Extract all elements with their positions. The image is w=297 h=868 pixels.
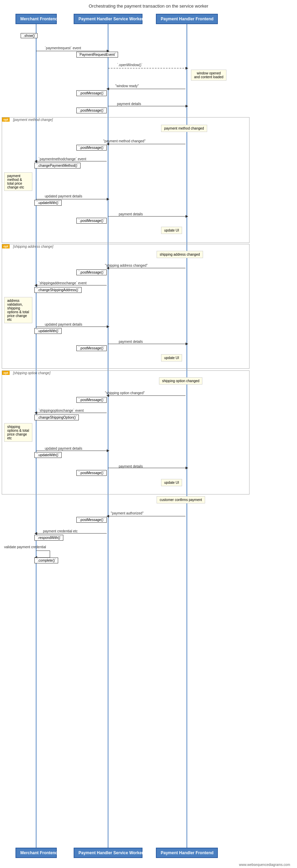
- post-message-box-2: `.postMessage()`: [76, 108, 107, 113]
- payment-authorized-label: "payment authorized": [111, 511, 144, 515]
- shippingoptionchange-label: `shippingoptionchange` event: [39, 409, 84, 412]
- footer: www.websequencediagrams.com: [239, 863, 294, 867]
- opt-condition-1: [payment method change]: [13, 118, 53, 122]
- payment-details-label-4: payment details: [119, 464, 143, 468]
- update-ui-note-3: update UI: [161, 479, 182, 486]
- opt-payment-method: opt [payment method change]: [2, 117, 250, 243]
- opt-condition-3: [shipping option change]: [13, 371, 50, 375]
- shipping-option-changed-label: "shipping option changed": [105, 391, 145, 395]
- payment-method-changed-label: "payment method changed": [103, 139, 146, 143]
- svg-marker-8: [106, 88, 109, 90]
- main-diagram: Merchant Frontend Payment Handler Servic…: [0, 14, 297, 868]
- post-message-box-1: `.postMessage()`: [76, 90, 107, 96]
- actor-worker-bottom: Payment Handler Service Worker: [74, 848, 142, 858]
- opt-shipping-option: opt [shipping option change]: [2, 370, 250, 494]
- actor-frontend-bottom: Payment Handler Frontend: [156, 848, 218, 858]
- post-message-box-4: `.postMessage()`: [76, 218, 107, 224]
- update-with-box-3: `.updateWith()`: [34, 452, 62, 458]
- payment-request-event-box: `PaymentRequestEvent`: [76, 52, 118, 58]
- post-message-box-8: `.postMessage()`: [76, 470, 107, 476]
- address-validation-note: address validation, shipping options & t…: [4, 297, 32, 323]
- updated-payment-details-label-3: updated payment details: [45, 447, 82, 450]
- update-ui-note-1: update UI: [161, 227, 182, 234]
- paymentmethodchange-label: `paymentmethodchange` event: [39, 157, 86, 161]
- opt-label-1: opt: [2, 118, 10, 122]
- shipping-address-changed-note: shipping address changed: [157, 251, 203, 258]
- actor-frontend-top: Payment Handler Frontend: [156, 14, 218, 24]
- diagram-title: Orchestrating the payment transaction on…: [0, 3, 297, 9]
- change-shipping-address-box: `.changeShippingAddress()`: [34, 287, 82, 293]
- payment-details-label-3: payment details: [119, 340, 143, 344]
- show-method-box: `.show()`: [21, 33, 38, 38]
- shipping-options-note: shipping options & total price change et…: [4, 423, 32, 442]
- update-ui-note-2: update UI: [161, 354, 182, 361]
- shipping-address-changed-label: "shipping address changed": [105, 264, 148, 267]
- svg-marker-36: [106, 515, 109, 518]
- updated-payment-details-label-2: updated payment details: [45, 323, 82, 326]
- paymentrequest-label: `paymentrequest` event: [45, 46, 81, 50]
- opt-label-3: opt: [2, 371, 10, 375]
- svg-marker-6: [185, 67, 188, 70]
- diagram-container: Orchestrating the payment transaction on…: [0, 0, 297, 868]
- svg-marker-38: [34, 532, 37, 535]
- window-opened-note: window openedand content loaded: [191, 70, 226, 81]
- actor-merchant-top: Merchant Frontend: [15, 14, 57, 24]
- post-message-box-6: `.postMessage()`: [76, 345, 107, 351]
- change-shipping-option-box: `.changeShippingOption()`: [34, 415, 79, 420]
- customer-confirms-note: customer confirms payment: [157, 496, 205, 503]
- post-message-box-9: `.postMessage()`: [76, 517, 107, 523]
- shippingaddresschange-label: `shippingaddresschange` event: [39, 281, 87, 285]
- complete-box: `.complete()`: [34, 558, 58, 563]
- opt-condition-2: [shipping address change]: [13, 245, 53, 248]
- svg-marker-10: [185, 105, 188, 108]
- post-message-box-7: `.postMessage()`: [76, 397, 107, 403]
- updated-payment-details-label-1: updated payment details: [45, 194, 82, 198]
- actor-merchant-bottom: Merchant Frontend: [15, 848, 57, 858]
- payment-details-label-1: payment details: [117, 102, 141, 106]
- opt-label-2: opt: [2, 244, 10, 248]
- respond-with-box: `.respondWith()`: [34, 535, 63, 541]
- post-message-box-5: `.postMessage()`: [76, 269, 107, 275]
- open-window-label: `.openWindow()`: [117, 63, 142, 67]
- payment-method-changed-note: payment method changed: [161, 125, 207, 132]
- opt-shipping-address: opt [shipping address change]: [2, 244, 250, 369]
- shipping-option-changed-note: shipping option changed: [159, 377, 202, 385]
- validate-credential-label: validate payment credential: [4, 545, 46, 549]
- payment-credential-label: payment credential etc: [43, 529, 78, 533]
- change-payment-method-box: `.changePaymentMethod()`: [34, 163, 81, 169]
- post-message-box-3: `.postMessage()`: [76, 145, 107, 151]
- payment-details-label-2: payment details: [119, 212, 143, 216]
- update-with-box-1: `.updateWith()`: [34, 200, 62, 206]
- payment-method-total-price-note: payment method & total price change etc: [4, 172, 32, 191]
- update-with-box-2: `.updateWith()`: [34, 328, 62, 334]
- actor-worker-top: Payment Handler Service Worker: [74, 14, 142, 24]
- window-ready-label: "window ready": [115, 84, 139, 88]
